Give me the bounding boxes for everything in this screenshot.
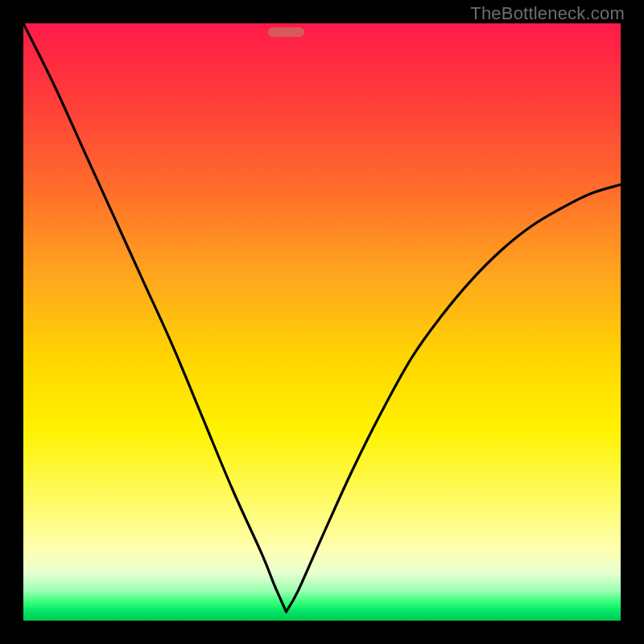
watermark-text: TheBottleneck.com — [470, 3, 625, 24]
notch-marker — [268, 27, 304, 37]
curve-svg — [23, 23, 621, 621]
curve-right-branch — [286, 184, 621, 612]
chart-figure: TheBottleneck.com — [0, 0, 644, 644]
curve-left-branch — [23, 23, 286, 612]
plot-area — [23, 23, 621, 621]
